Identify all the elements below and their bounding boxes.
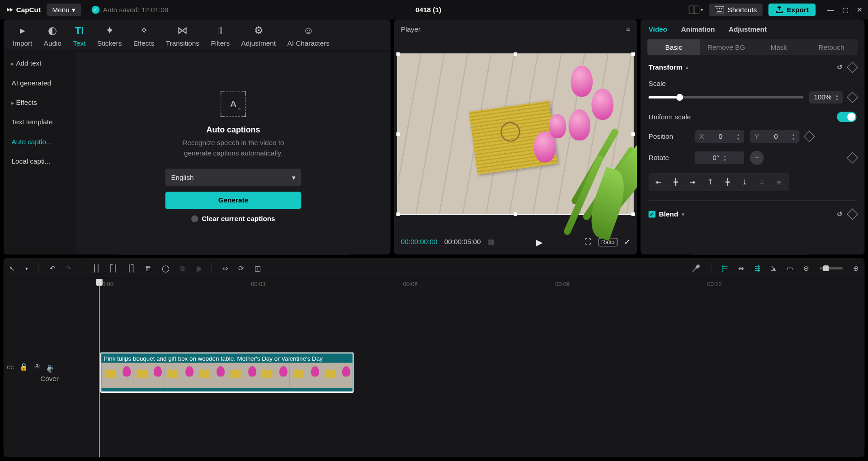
pos-y-input[interactable]: Y0▴▾ — [750, 130, 800, 143]
preview-icon[interactable]: ▭ — [787, 264, 793, 273]
inspector-tab-video[interactable]: Video — [649, 25, 667, 33]
distribute-h-icon: ≡ — [756, 176, 769, 188]
snap-icon[interactable]: ⇲ — [771, 264, 777, 273]
copy-icon[interactable]: ⧉ — [180, 264, 185, 273]
cover-button[interactable]: ✎ Cover — [40, 367, 59, 383]
sidebar-item-template[interactable]: Text template — [6, 113, 74, 131]
rotate-icon[interactable]: ⟳ — [238, 264, 244, 273]
keyframe-icon[interactable] — [803, 131, 815, 142]
crop-icon[interactable]: ◫ — [255, 264, 261, 273]
reset-icon[interactable]: ↺ — [837, 63, 843, 71]
scale-value[interactable]: 100%▴▾ — [809, 91, 843, 103]
tab-text[interactable]: TIText — [67, 24, 92, 47]
uniform-scale-toggle[interactable] — [837, 112, 856, 122]
minimize-button[interactable]: — — [827, 6, 834, 14]
chevron-down-icon: ▾ — [292, 173, 296, 181]
menu-button[interactable]: Menu ▾ — [47, 4, 81, 16]
generate-button[interactable]: Generate — [165, 192, 302, 209]
export-button[interactable]: Export — [769, 4, 816, 16]
keyframe-icon[interactable] — [847, 208, 858, 220]
subtab-mask[interactable]: Mask — [753, 39, 805, 56]
transform-section-header[interactable]: Transform ▴ ↺ — [649, 63, 857, 71]
mic-icon[interactable]: 🎤 — [692, 264, 700, 273]
player-menu-icon[interactable]: ≡ — [626, 25, 630, 33]
check-icon: ✓ — [91, 6, 99, 14]
inspector-tab-animation[interactable]: Animation — [681, 25, 715, 33]
align-vcenter-icon[interactable]: ╋ — [721, 176, 734, 188]
mirror-button[interactable]: − — [750, 151, 764, 165]
grid-icon[interactable]: ▦ — [488, 238, 494, 246]
shortcuts-button[interactable]: Shortcuts — [709, 4, 763, 16]
magnet-left-icon[interactable]: ⬱ — [722, 264, 728, 273]
redo-icon[interactable]: ↷ — [66, 264, 71, 273]
pos-x-input[interactable]: X0▴▾ — [695, 130, 745, 143]
selection-tool-icon[interactable]: ↖ — [9, 264, 15, 273]
align-right-icon[interactable]: ⇥ — [687, 176, 699, 188]
magnet-right-icon[interactable]: ⇶ — [755, 264, 760, 273]
reset-icon[interactable]: ↺ — [837, 210, 843, 218]
delete-icon[interactable]: 🗑 — [145, 264, 151, 273]
timeline-toolbar: ↖ ▾ ↶ ↷ ⎮⎮ ⎡⎮ ⎮⎤ 🗑 ◯ ⧉ ◉ ⇔ ⟳ ◫ 🎤 ⬱ ⇹ ⇶ ⇲… — [4, 258, 865, 279]
scale-slider[interactable] — [649, 96, 804, 99]
trim-left-icon[interactable]: ⎡⎮ — [110, 264, 117, 273]
app-logo: CapCut — [6, 6, 41, 14]
timeline-clip[interactable]: Pink tulips bouquet and gift box on wood… — [100, 353, 354, 393]
link-icon[interactable]: ⇹ — [738, 264, 744, 273]
maximize-button[interactable]: ▢ — [842, 6, 849, 14]
chevron-down-icon[interactable]: ▾ — [25, 265, 28, 271]
tab-adjustment[interactable]: ⚙Adjustment — [236, 24, 282, 47]
trim-right-icon[interactable]: ⎮⎤ — [127, 264, 134, 273]
tab-transitions[interactable]: ⋈Transitions — [160, 24, 205, 47]
checkbox-icon[interactable] — [191, 215, 198, 222]
tab-audio[interactable]: ◐Audio — [38, 24, 67, 47]
svg-point-3 — [717, 8, 718, 9]
align-left-icon[interactable]: ⇤ — [652, 176, 665, 188]
layout-button[interactable]: ▾ — [689, 4, 703, 16]
language-select[interactable]: English ▾ — [165, 169, 302, 186]
sidebar-item-addtext[interactable]: Add text — [6, 55, 74, 72]
sidebar-item-aigen[interactable]: AI generated — [6, 74, 74, 91]
record-icon[interactable]: ◉ — [195, 264, 201, 273]
audio-icon: ◐ — [48, 24, 57, 37]
zoom-slider[interactable] — [820, 267, 843, 269]
checkbox-checked-icon[interactable]: ✓ — [649, 211, 656, 217]
play-button[interactable]: ▶ — [536, 236, 542, 247]
mirror-h-icon[interactable]: ⇔ — [222, 264, 228, 273]
blend-section-header[interactable]: ✓ Blend ▾ ↺ — [649, 210, 857, 218]
tab-import[interactable]: ▸Import — [7, 24, 38, 47]
sidebar-item-localcaptions[interactable]: Local capti... — [6, 153, 74, 170]
undo-icon[interactable]: ↶ — [50, 264, 56, 273]
subtab-retouch[interactable]: Retouch — [805, 39, 858, 56]
fullscreen-icon[interactable]: ⤢ — [624, 238, 630, 246]
tab-effects[interactable]: ✧Effects — [127, 24, 160, 47]
position-row: Position X0▴▾ Y0▴▾ — [649, 130, 857, 143]
marker-icon[interactable]: ◯ — [162, 264, 170, 273]
subtab-basic[interactable]: Basic — [647, 39, 700, 56]
subtab-removebg[interactable]: Remove BG — [700, 39, 752, 56]
scale-to-fit-icon[interactable]: ⛶ — [585, 238, 591, 246]
timeline[interactable]: 00:00 00:03 00:06 00:09 00:12 cc 🔒 👁 🔈 ✎… — [4, 279, 865, 457]
keyframe-icon[interactable] — [847, 152, 858, 163]
tab-filters[interactable]: ⫴Filters — [205, 24, 236, 47]
align-top-icon[interactable]: ⤒ — [704, 176, 717, 188]
scale-row: Scale 100%▴▾ — [649, 80, 857, 104]
split-icon[interactable]: ⎮⎮ — [93, 264, 99, 273]
align-hcenter-icon[interactable]: ╋ — [669, 176, 682, 188]
tab-stickers[interactable]: ✦Stickers — [91, 24, 127, 47]
tab-aichars[interactable]: ☺AI Characters — [282, 24, 335, 47]
keyframe-icon[interactable] — [847, 61, 858, 73]
sidebar-item-effects[interactable]: Effects — [6, 94, 74, 111]
close-button[interactable]: ✕ — [857, 6, 863, 14]
playhead[interactable] — [99, 279, 99, 457]
player-stage[interactable] — [394, 39, 637, 229]
zoom-out-icon[interactable]: ⊖ — [803, 264, 809, 273]
rotate-input[interactable]: 0°▴▾ — [695, 151, 745, 164]
preview-frame[interactable] — [397, 53, 633, 215]
inspector-tab-adjustment[interactable]: Adjustment — [729, 25, 767, 33]
keyframe-icon[interactable] — [847, 92, 858, 103]
zoom-in-icon[interactable]: ⊕ — [853, 264, 859, 273]
sidebar-item-autocaptions[interactable]: Auto captio... — [6, 133, 74, 150]
timeline-ruler[interactable]: 00:00 00:03 00:06 00:09 00:12 — [99, 279, 864, 293]
align-bottom-icon[interactable]: ⤓ — [738, 176, 751, 188]
clear-captions-row[interactable]: Clear current captions — [191, 215, 275, 223]
